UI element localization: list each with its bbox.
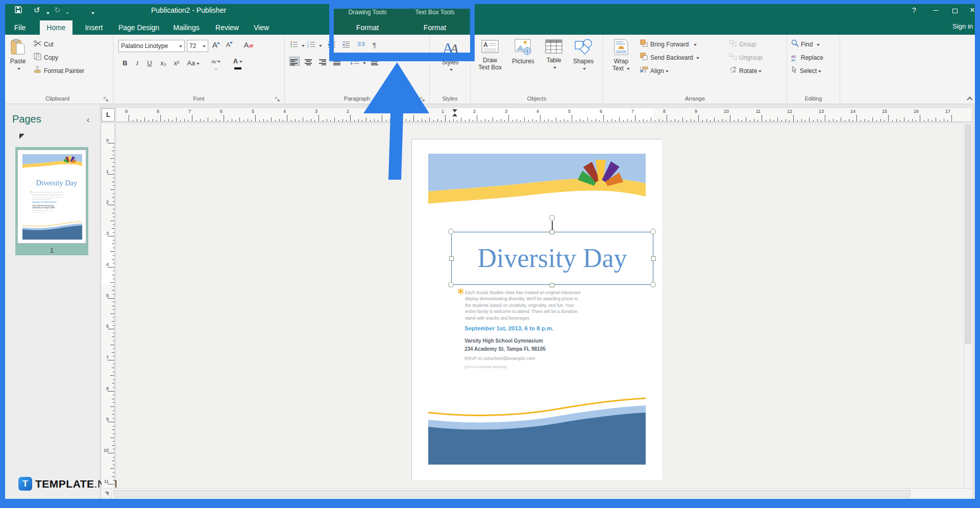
tab-home[interactable]: Home — [40, 20, 72, 35]
shapes-button[interactable]: Shapes — [569, 37, 598, 72]
bold-button[interactable]: B — [119, 57, 131, 69]
bring-forward-icon — [640, 39, 648, 51]
flyer-website-text[interactable]: [School website address] — [464, 365, 507, 369]
page-thumbnail[interactable]: Diversity Day Each Social Studies class … — [17, 150, 86, 244]
align-right-button[interactable] — [318, 57, 330, 68]
tab-textbox-format[interactable]: Format — [402, 20, 468, 35]
bring-forward-button[interactable]: Bring Forward — [640, 39, 697, 50]
qat-customize-icon[interactable] — [90, 8, 94, 17]
rotate-icon — [729, 66, 737, 77]
flyer-venue-text[interactable]: Varsity High School Gymnasium — [464, 338, 543, 344]
font-color-button[interactable]: A — [229, 57, 247, 69]
tab-mailings[interactable]: Mailings — [167, 20, 205, 35]
select-button[interactable]: Select — [791, 65, 821, 77]
sign-in-link[interactable]: Sign in — [952, 22, 973, 30]
flyer-rsvp-text[interactable]: RSVP to ourschool@example.com — [464, 356, 535, 361]
horizontal-scrollbar-thumb[interactable] — [114, 490, 910, 497]
undo-dropdown-icon[interactable] — [45, 8, 50, 17]
align-center-button[interactable] — [304, 57, 315, 68]
tab-page-design[interactable]: Page Design — [114, 20, 163, 35]
vertical-scrollbar-thumb[interactable] — [965, 125, 971, 344]
pictures-button[interactable]: Pictures — [507, 37, 539, 65]
font-size-combo[interactable]: 72 — [187, 40, 208, 52]
columns-button[interactable] — [357, 40, 368, 51]
format-painter-icon — [34, 66, 42, 77]
flyer-address-text[interactable]: 234 Academy St, Tampa FL 98105 — [464, 346, 546, 352]
send-backward-button[interactable]: Send Backward — [640, 52, 699, 63]
tab-insert[interactable]: Insert — [79, 20, 109, 35]
maximize-icon[interactable] — [948, 5, 962, 15]
underline-button[interactable]: U — [144, 57, 155, 69]
italic-button[interactable]: I — [132, 57, 143, 69]
collapse-ribbon-icon[interactable] — [967, 96, 973, 101]
ruler-corner-box[interactable]: L — [102, 108, 115, 122]
page-thumbnail-selected[interactable]: Diversity Day Each Social Studies class … — [15, 147, 88, 255]
handle-middle-left[interactable] — [449, 256, 454, 261]
increase-indent-button[interactable] — [342, 40, 352, 51]
flyer-bottom-graphic[interactable] — [428, 397, 646, 465]
copy-button[interactable]: Copy — [34, 52, 58, 63]
font-dialog-launcher-icon[interactable] — [275, 95, 281, 102]
wrap-text-button[interactable]: Wrap Text — [607, 37, 635, 72]
change-case-button[interactable]: Aa — [185, 57, 202, 69]
character-spacing-button[interactable]: AV ↔ — [207, 57, 225, 69]
handle-bottom-left[interactable] — [448, 282, 454, 287]
handle-top-center[interactable] — [550, 230, 554, 234]
replace-button[interactable]: ab ac Replace — [791, 52, 823, 63]
subscript-button[interactable]: x₂ — [157, 57, 169, 69]
bullets-button[interactable] — [290, 40, 305, 51]
tab-view[interactable]: View — [248, 20, 275, 35]
scroll-left-button[interactable] — [102, 489, 112, 499]
vertical-scrollbar[interactable] — [964, 124, 972, 490]
horizontal-scrollbar[interactable] — [102, 488, 972, 499]
superscript-button[interactable]: x² — [170, 57, 183, 69]
find-button[interactable]: Find — [791, 39, 820, 50]
pages-collapse-icon[interactable]: ‹ — [87, 115, 89, 125]
tab-file[interactable]: File — [8, 20, 32, 35]
draw-text-box-button[interactable]: A Draw Text Box — [476, 37, 504, 71]
paragraph-extra-button[interactable] — [371, 57, 382, 68]
table-button[interactable]: Table — [541, 37, 567, 71]
tab-drawing-format[interactable]: Format — [333, 20, 402, 35]
special-charac​ters-button[interactable]: ¶ — [373, 40, 376, 51]
tab-review[interactable]: Review — [210, 20, 244, 35]
flyer-top-graphic[interactable] — [428, 154, 646, 205]
publication-page[interactable]: Diversity Day Each Social Studies class … — [411, 139, 662, 479]
styles-button[interactable]: AA Styles — [437, 37, 463, 73]
rotation-handle[interactable] — [549, 215, 555, 221]
vertical-ruler[interactable]: 01234567891011 — [102, 124, 115, 490]
justify-button[interactable] — [333, 57, 344, 68]
handle-bottom-center[interactable] — [550, 283, 554, 287]
cut-button[interactable]: Cut — [34, 39, 54, 50]
numbering-button[interactable]: 123 — [307, 40, 322, 51]
indent-marker-icon[interactable] — [452, 109, 457, 116]
selected-text-box[interactable] — [451, 232, 653, 285]
paragraph-dialog-launcher-icon[interactable] — [420, 95, 426, 102]
align-left-button[interactable] — [290, 57, 301, 68]
line-spacing-icon — [350, 58, 359, 69]
handle-middle-right[interactable] — [651, 256, 656, 261]
table-label: Table — [547, 57, 561, 64]
flyer-date-text[interactable]: September 1st, 2013, 6 to 8 p.m. — [464, 325, 554, 331]
document-canvas[interactable]: Diversity Day Each Social Studies class … — [116, 124, 964, 490]
help-icon[interactable]: ? — [908, 5, 921, 15]
rotate-button[interactable]: Rotate — [729, 65, 762, 77]
flyer-body-text[interactable]: Each Social Studies class has created an… — [465, 289, 603, 321]
handle-top-left[interactable] — [448, 229, 454, 234]
handle-top-right[interactable] — [650, 229, 656, 234]
undo-icon[interactable]: ↺ — [34, 6, 40, 15]
clear-formatting-button[interactable]: A — [242, 39, 255, 51]
clipboard-dialog-launcher-icon[interactable] — [104, 95, 110, 102]
format-painter-button[interactable]: Format Painter — [34, 65, 84, 77]
font-family-combo[interactable]: Palatino Linotype — [118, 40, 185, 52]
save-icon[interactable] — [14, 6, 22, 16]
horizontal-ruler[interactable]: 98765432101234567891011121314151617 — [116, 108, 972, 122]
minimize-icon[interactable]: ─ — [929, 5, 942, 15]
shrink-font-button[interactable]: A — [224, 39, 236, 51]
line-spacing-button[interactable] — [350, 57, 366, 68]
grow-font-button[interactable]: A — [210, 39, 223, 51]
decrease-indent-button[interactable] — [328, 40, 338, 51]
handle-bottom-right[interactable] — [650, 282, 656, 287]
align-objects-button[interactable]: Align — [640, 65, 669, 77]
paste-button[interactable]: Paste — [5, 37, 31, 72]
